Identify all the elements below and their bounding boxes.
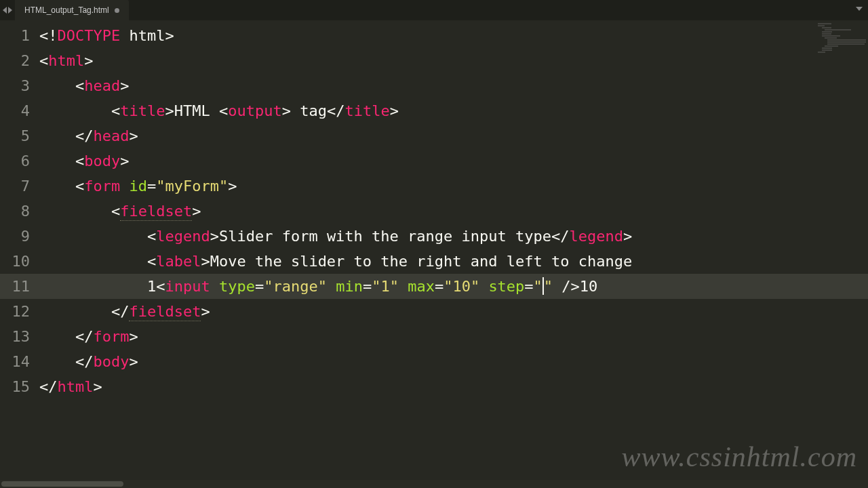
code-line: <head> <box>39 73 868 98</box>
tab-dropdown-icon[interactable] <box>856 7 863 11</box>
file-tab[interactable]: HTML_output_Tag.html <box>15 0 129 20</box>
line-number: 10 <box>0 249 30 274</box>
file-tab-label: HTML_output_Tag.html <box>24 5 109 15</box>
code-line: </html> <box>39 374 868 399</box>
line-number: 9 <box>0 224 30 249</box>
dirty-indicator-icon <box>115 8 119 13</box>
code-line: </fieldset> <box>39 299 868 324</box>
line-number: 5 <box>0 123 30 148</box>
line-number: 15 <box>0 374 30 399</box>
line-number: 14 <box>0 349 30 374</box>
code-line: <legend>Slider form with the range input… <box>39 224 868 249</box>
line-number: 12 <box>0 299 30 324</box>
code-line: <body> <box>39 148 868 174</box>
scrollbar-thumb[interactable] <box>1 481 123 487</box>
code-line: <form id="myForm"> <box>39 174 868 199</box>
line-number: 1 <box>0 23 30 48</box>
tab-bar: HTML_output_Tag.html <box>0 0 868 20</box>
tab-nav-arrows <box>0 7 15 14</box>
code-content[interactable]: <!DOCTYPE html> <html> <head> <title>HTM… <box>39 20 868 480</box>
line-number: 6 <box>0 148 30 174</box>
line-number-gutter: 1 2 3 4 5 6 7 8 9 10 11 12 13 14 15 <box>0 20 39 480</box>
line-number: 7 <box>0 174 30 199</box>
editor-area: 1 2 3 4 5 6 7 8 9 10 11 12 13 14 15 <!DO… <box>0 20 868 480</box>
tab-prev-icon[interactable] <box>3 7 7 14</box>
code-line: <fieldset> <box>39 199 868 224</box>
code-line: </body> <box>39 349 868 374</box>
line-number: 2 <box>0 48 30 73</box>
horizontal-scrollbar[interactable] <box>0 480 868 488</box>
code-line: <html> <box>39 48 868 73</box>
code-line: </form> <box>39 324 868 349</box>
code-line: <label>Move the slider to the right and … <box>39 249 868 274</box>
line-number: 8 <box>0 199 30 224</box>
line-number: 4 <box>0 98 30 123</box>
code-line: </head> <box>39 123 868 148</box>
line-number: 3 <box>0 73 30 98</box>
code-line: <title>HTML <output> tag</title> <box>39 98 868 123</box>
tab-next-icon[interactable] <box>8 7 12 14</box>
line-number: 13 <box>0 324 30 349</box>
code-line: 1<input type="range" min="1" max="10" st… <box>39 274 868 299</box>
code-line: <!DOCTYPE html> <box>39 23 868 48</box>
line-number: 11 <box>0 274 39 299</box>
